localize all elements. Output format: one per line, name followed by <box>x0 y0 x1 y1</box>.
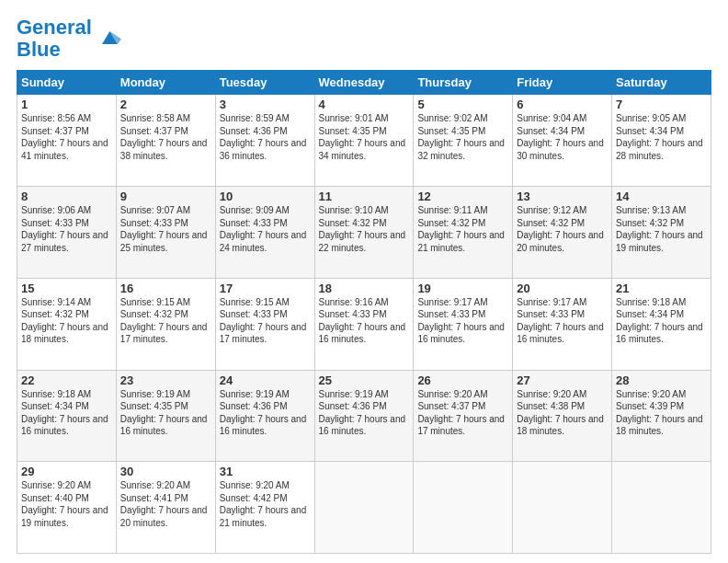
day-info: Sunrise: 9:19 AMSunset: 4:35 PMDaylight:… <box>120 388 211 438</box>
calendar-day-cell: 15Sunrise: 9:14 AMSunset: 4:32 PMDayligh… <box>17 278 117 370</box>
weekday-header-friday: Friday <box>513 71 612 95</box>
calendar-week-row: 29Sunrise: 9:20 AMSunset: 4:40 PMDayligh… <box>17 462 711 554</box>
day-info: Sunrise: 9:18 AMSunset: 4:34 PMDaylight:… <box>21 388 112 438</box>
day-info: Sunrise: 9:19 AMSunset: 4:36 PMDaylight:… <box>220 388 311 438</box>
calendar-day-cell: 7Sunrise: 9:05 AMSunset: 4:34 PMDaylight… <box>612 95 711 187</box>
calendar-day-cell <box>314 462 414 554</box>
day-info: Sunrise: 9:12 AMSunset: 4:32 PMDaylight:… <box>517 204 608 254</box>
day-number: 27 <box>517 373 608 387</box>
weekday-header-saturday: Saturday <box>612 71 711 95</box>
calendar-day-cell: 18Sunrise: 9:16 AMSunset: 4:33 PMDayligh… <box>314 278 414 370</box>
day-number: 28 <box>616 373 707 387</box>
day-number: 11 <box>319 190 410 203</box>
calendar-day-cell: 6Sunrise: 9:04 AMSunset: 4:34 PMDaylight… <box>513 95 612 187</box>
day-number: 4 <box>319 98 410 111</box>
day-info: Sunrise: 9:15 AMSunset: 4:33 PMDaylight:… <box>220 296 311 346</box>
day-number: 26 <box>417 373 508 387</box>
calendar-day-cell: 25Sunrise: 9:19 AMSunset: 4:36 PMDayligh… <box>314 370 414 462</box>
calendar-day-cell: 31Sunrise: 9:20 AMSunset: 4:42 PMDayligh… <box>215 462 314 554</box>
day-info: Sunrise: 9:16 AMSunset: 4:33 PMDaylight:… <box>319 296 410 346</box>
calendar-day-cell: 8Sunrise: 9:06 AMSunset: 4:33 PMDaylight… <box>17 187 117 279</box>
day-info: Sunrise: 8:58 AMSunset: 4:37 PMDaylight:… <box>120 112 211 162</box>
day-info: Sunrise: 9:07 AMSunset: 4:33 PMDaylight:… <box>120 204 211 254</box>
day-number: 24 <box>220 373 311 387</box>
day-number: 21 <box>616 282 707 295</box>
day-number: 2 <box>120 98 211 111</box>
calendar-week-row: 1Sunrise: 8:56 AMSunset: 4:37 PMDaylight… <box>17 95 711 187</box>
day-info: Sunrise: 9:20 AMSunset: 4:37 PMDaylight:… <box>417 388 508 438</box>
calendar-day-cell: 24Sunrise: 9:19 AMSunset: 4:36 PMDayligh… <box>215 370 314 462</box>
calendar-day-cell: 13Sunrise: 9:12 AMSunset: 4:32 PMDayligh… <box>513 187 612 279</box>
day-number: 23 <box>120 373 211 387</box>
day-info: Sunrise: 9:20 AMSunset: 4:38 PMDaylight:… <box>517 388 608 438</box>
calendar-week-row: 8Sunrise: 9:06 AMSunset: 4:33 PMDaylight… <box>17 187 711 279</box>
day-number: 6 <box>517 98 608 111</box>
day-number: 19 <box>417 282 508 295</box>
day-info: Sunrise: 9:02 AMSunset: 4:35 PMDaylight:… <box>417 112 508 162</box>
calendar-day-cell: 23Sunrise: 9:19 AMSunset: 4:35 PMDayligh… <box>116 370 215 462</box>
day-number: 7 <box>616 98 707 111</box>
day-info: Sunrise: 9:20 AMSunset: 4:42 PMDaylight:… <box>220 479 311 529</box>
day-info: Sunrise: 9:13 AMSunset: 4:32 PMDaylight:… <box>616 204 707 254</box>
day-number: 18 <box>319 282 410 295</box>
calendar-day-cell: 16Sunrise: 9:15 AMSunset: 4:32 PMDayligh… <box>116 278 215 370</box>
weekday-header-wednesday: Wednesday <box>314 71 414 95</box>
calendar-day-cell: 3Sunrise: 8:59 AMSunset: 4:36 PMDaylight… <box>215 95 314 187</box>
weekday-header-thursday: Thursday <box>414 71 513 95</box>
day-number: 29 <box>21 465 112 478</box>
day-number: 31 <box>220 465 311 478</box>
calendar-day-cell: 22Sunrise: 9:18 AMSunset: 4:34 PMDayligh… <box>17 370 117 462</box>
calendar-day-cell: 11Sunrise: 9:10 AMSunset: 4:32 PMDayligh… <box>314 187 414 279</box>
day-number: 8 <box>21 190 112 203</box>
calendar-day-cell: 26Sunrise: 9:20 AMSunset: 4:37 PMDayligh… <box>414 370 513 462</box>
calendar-week-row: 22Sunrise: 9:18 AMSunset: 4:34 PMDayligh… <box>17 370 711 462</box>
calendar-day-cell: 5Sunrise: 9:02 AMSunset: 4:35 PMDaylight… <box>414 95 513 187</box>
day-info: Sunrise: 9:04 AMSunset: 4:34 PMDaylight:… <box>517 112 608 162</box>
page: GeneralBlue SundayMondayTuesdayWednesday… <box>0 0 728 563</box>
calendar-day-cell: 27Sunrise: 9:20 AMSunset: 4:38 PMDayligh… <box>513 370 612 462</box>
weekday-header-row: SundayMondayTuesdayWednesdayThursdayFrid… <box>17 71 711 95</box>
day-info: Sunrise: 9:17 AMSunset: 4:33 PMDaylight:… <box>417 296 508 346</box>
day-info: Sunrise: 9:17 AMSunset: 4:33 PMDaylight:… <box>517 296 608 346</box>
day-number: 12 <box>417 190 508 203</box>
day-info: Sunrise: 8:59 AMSunset: 4:36 PMDaylight:… <box>220 112 311 162</box>
day-number: 1 <box>21 98 112 111</box>
calendar-day-cell <box>513 462 612 554</box>
day-number: 17 <box>220 282 311 295</box>
day-info: Sunrise: 9:06 AMSunset: 4:33 PMDaylight:… <box>21 204 112 254</box>
day-number: 10 <box>220 190 311 203</box>
day-info: Sunrise: 9:01 AMSunset: 4:35 PMDaylight:… <box>319 112 410 162</box>
calendar-day-cell: 9Sunrise: 9:07 AMSunset: 4:33 PMDaylight… <box>116 187 215 279</box>
weekday-header-sunday: Sunday <box>17 71 117 95</box>
weekday-header-tuesday: Tuesday <box>215 71 314 95</box>
day-number: 13 <box>517 190 608 203</box>
calendar-day-cell <box>414 462 513 554</box>
calendar-body: 1Sunrise: 8:56 AMSunset: 4:37 PMDaylight… <box>17 95 711 554</box>
calendar-week-row: 15Sunrise: 9:14 AMSunset: 4:32 PMDayligh… <box>17 278 711 370</box>
day-info: Sunrise: 9:10 AMSunset: 4:32 PMDaylight:… <box>319 204 410 254</box>
day-info: Sunrise: 9:11 AMSunset: 4:32 PMDaylight:… <box>417 204 508 254</box>
weekday-header-monday: Monday <box>116 71 215 95</box>
header: GeneralBlue <box>17 17 711 61</box>
calendar-day-cell: 12Sunrise: 9:11 AMSunset: 4:32 PMDayligh… <box>414 187 513 279</box>
calendar-day-cell: 10Sunrise: 9:09 AMSunset: 4:33 PMDayligh… <box>215 187 314 279</box>
day-info: Sunrise: 9:05 AMSunset: 4:34 PMDaylight:… <box>616 112 707 162</box>
calendar-day-cell: 17Sunrise: 9:15 AMSunset: 4:33 PMDayligh… <box>215 278 314 370</box>
day-number: 30 <box>120 465 211 478</box>
day-number: 14 <box>616 190 707 203</box>
day-info: Sunrise: 9:20 AMSunset: 4:39 PMDaylight:… <box>616 388 707 438</box>
calendar-day-cell: 14Sunrise: 9:13 AMSunset: 4:32 PMDayligh… <box>612 187 711 279</box>
day-info: Sunrise: 9:09 AMSunset: 4:33 PMDaylight:… <box>220 204 311 254</box>
day-info: Sunrise: 9:18 AMSunset: 4:34 PMDaylight:… <box>616 296 707 346</box>
logo-icon <box>96 25 121 51</box>
day-number: 16 <box>120 282 211 295</box>
calendar: SundayMondayTuesdayWednesdayThursdayFrid… <box>17 70 711 554</box>
calendar-day-cell: 4Sunrise: 9:01 AMSunset: 4:35 PMDaylight… <box>314 95 414 187</box>
day-number: 20 <box>517 282 608 295</box>
day-number: 3 <box>220 98 311 111</box>
calendar-day-cell: 28Sunrise: 9:20 AMSunset: 4:39 PMDayligh… <box>612 370 711 462</box>
day-info: Sunrise: 9:20 AMSunset: 4:40 PMDaylight:… <box>21 479 112 529</box>
day-number: 25 <box>319 373 410 387</box>
calendar-day-cell: 1Sunrise: 8:56 AMSunset: 4:37 PMDaylight… <box>17 95 117 187</box>
calendar-day-cell <box>612 462 711 554</box>
